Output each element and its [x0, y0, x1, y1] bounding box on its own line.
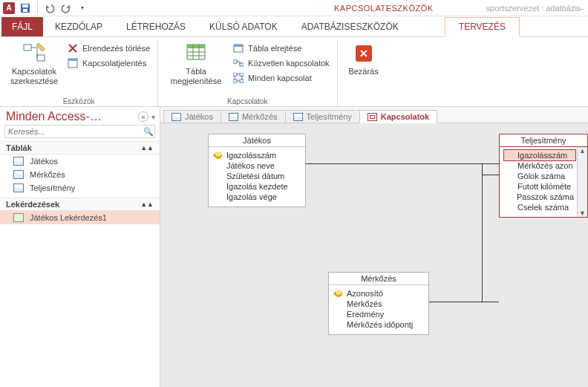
diagram-field[interactable]: Mérkőzés azon	[504, 160, 575, 171]
table-icon	[172, 113, 181, 121]
diagram-field[interactable]: Azonosító	[333, 288, 424, 299]
search-icon[interactable]: 🔍	[143, 127, 154, 137]
tab-database-tools[interactable]: ADATBÁZISESZKÖZÖK	[290, 17, 411, 36]
diagram-field[interactable]: Gólok száma	[504, 171, 575, 181]
edit-relationships-label: Kapcsolatok szerkesztése	[7, 67, 61, 86]
scroll-down-icon[interactable]: ▼	[579, 209, 586, 217]
tab-external-data[interactable]: KÜLSŐ ADATOK	[197, 17, 290, 36]
navpane-title-text: Minden Access-…	[6, 110, 102, 123]
diagram-field-selected[interactable]: Igazolásszám	[504, 150, 575, 160]
nav-section-queries[interactable]: Lekérdezések ▲▲	[0, 198, 160, 211]
navpane-search[interactable]: 🔍	[4, 125, 155, 138]
relationship-line	[420, 302, 499, 302]
all-relationships-button[interactable]: Minden kapcsolat	[232, 71, 329, 85]
diagram-field[interactable]: Futott kilóméte	[504, 181, 575, 192]
doctab-kapcsolatok[interactable]: Kapcsolatok	[359, 110, 437, 123]
document-area: Játékos Mérkőzés Teljesítmény Kapcsolato…	[160, 107, 588, 387]
ribbon-group-close-label	[362, 96, 365, 105]
doctab-jatekos[interactable]: Játékos	[163, 110, 221, 123]
ribbon-group-tools-label: Eszközök	[63, 96, 95, 105]
relationship-line	[306, 163, 499, 164]
scrollbar[interactable]: ▲▼	[577, 147, 587, 217]
scroll-up-icon[interactable]: ▲	[579, 147, 586, 155]
close-button[interactable]: ✕ Bezárás	[345, 40, 382, 77]
table-icon	[229, 113, 238, 121]
nav-section-queries-label: Lekérdezések	[6, 200, 59, 209]
access-logo-icon: A	[3, 2, 15, 14]
window-file-title: sportszervezet : adatbázis-	[486, 4, 588, 13]
diagram-table-teljesitmeny[interactable]: Teljesítmény Igazolásszám Mérkőzés azon …	[499, 134, 588, 218]
table-icon	[13, 183, 24, 192]
close-label: Bezárás	[348, 67, 378, 77]
show-table-icon	[184, 42, 208, 65]
redo-icon[interactable]	[60, 2, 72, 14]
doctab-teljesitmeny[interactable]: Teljesítmény	[285, 110, 360, 123]
relationship-report-icon	[67, 57, 79, 69]
tab-home[interactable]: KEZDŐLAP	[43, 17, 114, 36]
svg-rect-15	[233, 60, 237, 63]
chevron-up-icon: ▲▲	[140, 201, 154, 208]
diagram-field[interactable]: Mérkőzés időpontj	[333, 319, 424, 330]
quick-access-toolbar: A ▾	[0, 2, 88, 14]
svg-rect-3	[24, 45, 31, 51]
relationships-canvas[interactable]: Játékos Igazolásszám Játékos neve Szület…	[160, 123, 588, 387]
all-relationships-label: Minden kapcsolat	[248, 74, 312, 82]
svg-rect-20	[240, 79, 244, 82]
chevron-up-icon: ▲▲	[140, 144, 154, 152]
edit-relationships-icon	[22, 42, 46, 65]
navpane-title[interactable]: Minden Access-… « ▾	[0, 107, 160, 125]
svg-rect-18	[240, 73, 244, 76]
tab-file[interactable]: FÁJL	[1, 17, 43, 36]
diagram-field[interactable]: Cselek száma	[504, 202, 575, 212]
diagram-field[interactable]: Passzok száma	[504, 192, 575, 202]
doctab-merkozes[interactable]: Mérkőzés	[220, 110, 286, 123]
ribbon-group-close: ✕ Bezárás	[338, 40, 390, 107]
hide-table-icon	[232, 42, 244, 54]
direct-relationships-label: Közvetlen kapcsolatok	[248, 59, 329, 68]
tab-design[interactable]: TERVEZÉS	[445, 17, 520, 37]
qat-customize-icon[interactable]: ▾	[76, 2, 88, 14]
hide-table-button[interactable]: Tábla elrejtése	[232, 42, 329, 55]
undo-icon[interactable]	[44, 2, 56, 14]
direct-relationships-button[interactable]: Közvetlen kapcsolatok	[232, 56, 329, 70]
clear-layout-button[interactable]: Elrendezés törlése	[67, 42, 150, 55]
navpane-collapse-icon[interactable]: «	[138, 111, 148, 122]
show-table-button[interactable]: Tábla megjelenítése	[166, 40, 226, 86]
svg-rect-19	[233, 79, 237, 82]
diagram-field[interactable]: Eredmény	[333, 309, 424, 319]
diagram-table-merkozes[interactable]: Mérkőzés Azonosító Mérkőzés Eredmény Mér…	[328, 272, 429, 335]
diagram-field[interactable]: Születési dátum	[213, 171, 301, 181]
nav-item-jatekos[interactable]: Játékos	[0, 155, 160, 168]
diagram-field[interactable]: Játékos neve	[213, 160, 301, 171]
nav-item-merkozes[interactable]: Mérkőzés	[0, 168, 160, 181]
tab-create[interactable]: LÉTREHOZÁS	[114, 17, 197, 36]
clear-layout-icon	[67, 42, 79, 54]
ribbon: Kapcsolatok szerkesztése Elrendezés törl…	[0, 37, 588, 107]
edit-relationships-button[interactable]: Kapcsolatok szerkesztése	[7, 40, 61, 86]
diagram-field[interactable]: Igazolás kezdete	[213, 181, 301, 192]
table-icon	[13, 157, 24, 166]
navpane-dropdown-icon[interactable]: ▾	[151, 113, 155, 121]
svg-rect-17	[233, 73, 237, 76]
relationship-report-label: Kapcsolatjelentés	[82, 59, 146, 68]
nav-section-tables[interactable]: Táblák ▲▲	[0, 141, 160, 155]
relationships-icon	[368, 113, 377, 121]
all-relationships-icon	[232, 72, 244, 84]
save-icon[interactable]	[19, 2, 31, 14]
diagram-field[interactable]: Igazolás vége	[213, 192, 301, 202]
nav-item-query-jatekos-lekerdezes1[interactable]: Játékos Lekérdezés1	[0, 211, 160, 224]
ribbon-group-relationships-label: Kapcsolatok	[227, 96, 267, 105]
workspace: Minden Access-… « ▾ 🔍 Táblák ▲▲ Játékos …	[0, 107, 588, 387]
nav-item-label: Játékos Lekérdezés1	[30, 213, 107, 222]
relationship-line	[482, 175, 499, 175]
diagram-field[interactable]: Igazolásszám	[213, 150, 301, 160]
ribbon-group-tools: Kapcsolatok szerkesztése Elrendezés törl…	[0, 40, 158, 107]
ribbon-group-relationships: Tábla megjelenítése Tábla elrejtése Közv…	[158, 40, 337, 107]
relationship-report-button[interactable]: Kapcsolatjelentés	[67, 56, 150, 70]
svg-rect-8	[187, 45, 205, 48]
diagram-field[interactable]: Mérkőzés	[333, 299, 424, 309]
direct-relationships-icon	[232, 57, 244, 69]
diagram-table-jatekos[interactable]: Játékos Igazolásszám Játékos neve Szület…	[208, 134, 306, 207]
search-input[interactable]	[5, 126, 143, 137]
nav-item-teljesitmeny[interactable]: Teljesítmény	[0, 181, 160, 195]
